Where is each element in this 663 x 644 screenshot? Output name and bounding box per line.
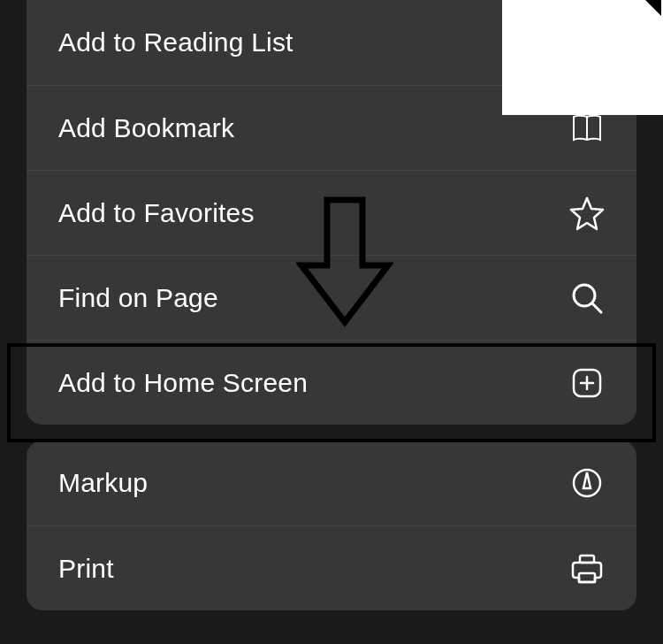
plus-square-icon: [569, 365, 605, 401]
print-label: Print: [58, 554, 114, 584]
add-bookmark-label: Add Bookmark: [58, 113, 234, 143]
add-to-favorites-row[interactable]: Add to Favorites: [27, 170, 636, 255]
star-icon: [569, 196, 605, 231]
add-to-home-screen-row[interactable]: Add to Home Screen: [27, 340, 636, 425]
svg-rect-4: [579, 573, 595, 582]
markup-label: Markup: [58, 468, 148, 498]
overlay-patch: [502, 0, 663, 115]
add-to-reading-list-label: Add to Reading List: [58, 27, 293, 58]
overlay-corner: [645, 0, 661, 16]
markup-icon: [569, 465, 605, 501]
print-row[interactable]: Print: [27, 525, 636, 610]
print-icon: [569, 551, 605, 586]
add-to-favorites-label: Add to Favorites: [58, 198, 255, 228]
find-on-page-row[interactable]: Find on Page: [27, 255, 636, 340]
book-icon: [569, 111, 605, 146]
search-icon: [569, 280, 605, 316]
find-on-page-label: Find on Page: [58, 283, 218, 313]
actions-group-2: Markup Print: [27, 441, 636, 610]
add-to-home-screen-label: Add to Home Screen: [58, 368, 308, 398]
markup-row[interactable]: Markup: [27, 441, 636, 525]
